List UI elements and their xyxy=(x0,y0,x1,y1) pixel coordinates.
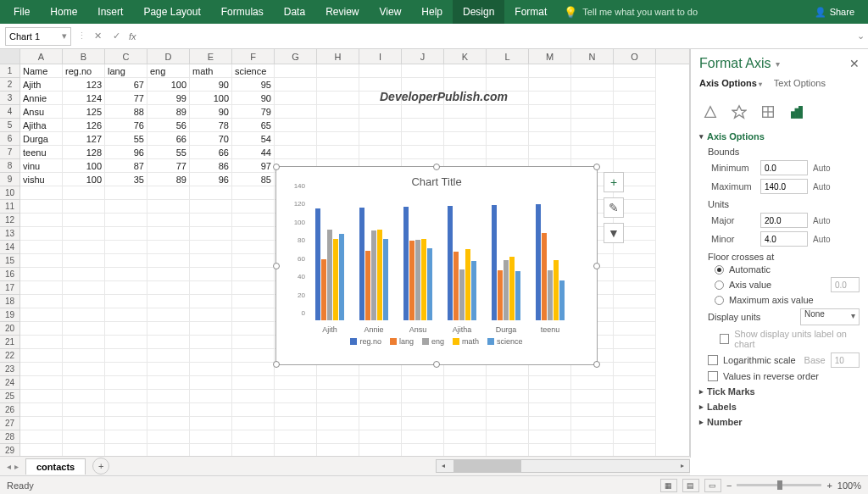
cell[interactable] xyxy=(359,92,402,105)
axis-options-icon[interactable] xyxy=(786,101,808,123)
row-header[interactable]: 5 xyxy=(0,119,20,132)
add-sheet-button[interactable]: + xyxy=(92,458,109,475)
cell[interactable]: 85 xyxy=(232,173,275,186)
cell[interactable]: 100 xyxy=(63,173,105,186)
auto-button[interactable]: Auto xyxy=(813,235,831,244)
bar[interactable] xyxy=(327,230,332,320)
cell[interactable] xyxy=(190,268,232,281)
cell[interactable] xyxy=(359,390,402,403)
cell[interactable] xyxy=(614,349,656,363)
cell[interactable] xyxy=(147,186,190,200)
cell[interactable] xyxy=(359,403,402,417)
cell[interactable] xyxy=(571,146,614,159)
cell[interactable] xyxy=(232,281,275,295)
cell[interactable] xyxy=(444,92,487,105)
worksheet[interactable]: DeveloperPublish.com ABCDEFGHIJKLMNO 1Na… xyxy=(0,49,690,458)
cell[interactable] xyxy=(105,336,147,349)
ribbon-tab-view[interactable]: View xyxy=(370,0,412,24)
cell[interactable] xyxy=(317,403,359,417)
bar[interactable] xyxy=(536,204,541,320)
cell[interactable] xyxy=(105,349,147,363)
cell[interactable] xyxy=(147,268,190,281)
cell[interactable] xyxy=(190,417,232,430)
cell[interactable]: 44 xyxy=(232,146,275,159)
cell[interactable] xyxy=(275,417,317,430)
cell[interactable] xyxy=(529,403,571,417)
cell[interactable] xyxy=(232,336,275,349)
cell[interactable] xyxy=(317,132,359,146)
row-header[interactable]: 21 xyxy=(0,336,20,349)
cell[interactable] xyxy=(614,403,656,417)
effects-icon[interactable] xyxy=(728,101,750,123)
section-number[interactable]: ▸Number xyxy=(699,417,860,427)
cell[interactable] xyxy=(105,268,147,281)
minor-input[interactable] xyxy=(760,231,808,247)
cell[interactable]: lang xyxy=(105,64,147,78)
scroll-left-icon[interactable]: ◂ xyxy=(437,460,450,472)
row-header[interactable]: 11 xyxy=(0,200,20,214)
cell[interactable] xyxy=(614,92,656,105)
fx-icon[interactable]: fx xyxy=(129,31,136,42)
cell[interactable]: 88 xyxy=(105,105,147,119)
resize-handle[interactable] xyxy=(593,263,600,269)
cell[interactable] xyxy=(20,254,63,268)
bar[interactable] xyxy=(471,261,476,320)
cell[interactable]: science xyxy=(232,64,275,78)
cell[interactable] xyxy=(359,417,402,430)
cell[interactable] xyxy=(20,214,63,227)
row-header[interactable]: 9 xyxy=(0,173,20,186)
cell[interactable] xyxy=(20,295,63,308)
page-layout-icon[interactable]: ▤ xyxy=(682,479,699,492)
row-header[interactable]: 14 xyxy=(0,241,20,254)
cell[interactable] xyxy=(20,200,63,214)
cell[interactable] xyxy=(571,430,614,444)
cell[interactable] xyxy=(63,430,105,444)
reverse-check[interactable]: Values in reverse order xyxy=(708,371,860,381)
zoom-level[interactable]: 100% xyxy=(837,480,861,491)
cell[interactable]: 89 xyxy=(147,173,190,186)
ribbon-tab-help[interactable]: Help xyxy=(411,0,453,24)
cell[interactable] xyxy=(402,376,444,390)
row-header[interactable]: 12 xyxy=(0,214,20,227)
cell[interactable] xyxy=(614,268,656,281)
cell[interactable] xyxy=(63,227,105,241)
cell[interactable] xyxy=(614,417,656,430)
cell[interactable] xyxy=(232,268,275,281)
cell[interactable] xyxy=(529,132,571,146)
ribbon-tab-data[interactable]: Data xyxy=(274,0,315,24)
cell[interactable] xyxy=(147,349,190,363)
cell[interactable] xyxy=(487,92,529,105)
resize-handle[interactable] xyxy=(273,361,280,368)
maximum-input[interactable] xyxy=(760,179,808,194)
cell[interactable] xyxy=(105,214,147,227)
cell[interactable]: 77 xyxy=(105,92,147,105)
radio-axis-value[interactable]: Axis value xyxy=(715,277,860,292)
cell[interactable] xyxy=(444,376,487,390)
cell[interactable] xyxy=(63,281,105,295)
legend-item[interactable]: reg.no xyxy=(350,337,381,346)
cell[interactable] xyxy=(571,64,614,78)
row-header[interactable]: 17 xyxy=(0,281,20,295)
column-header[interactable]: K xyxy=(444,49,487,64)
cell[interactable] xyxy=(275,403,317,417)
cell[interactable]: Name xyxy=(20,64,63,78)
chevron-down-icon[interactable]: ▾ xyxy=(62,31,67,42)
cell[interactable] xyxy=(529,92,571,105)
cell[interactable]: 70 xyxy=(190,132,232,146)
cell[interactable] xyxy=(529,390,571,403)
cell[interactable]: 96 xyxy=(105,146,147,159)
zoom-thumb[interactable] xyxy=(777,480,782,490)
cell[interactable] xyxy=(275,119,317,132)
cell[interactable] xyxy=(275,78,317,92)
cell[interactable] xyxy=(275,92,317,105)
cell[interactable] xyxy=(20,186,63,200)
cell[interactable] xyxy=(190,214,232,227)
cell[interactable] xyxy=(105,254,147,268)
cell[interactable] xyxy=(444,78,487,92)
cell[interactable] xyxy=(529,105,571,119)
bar[interactable] xyxy=(509,257,515,320)
cell[interactable] xyxy=(105,363,147,376)
cell[interactable] xyxy=(317,119,359,132)
cell[interactable]: 67 xyxy=(105,78,147,92)
cell[interactable] xyxy=(232,241,275,254)
